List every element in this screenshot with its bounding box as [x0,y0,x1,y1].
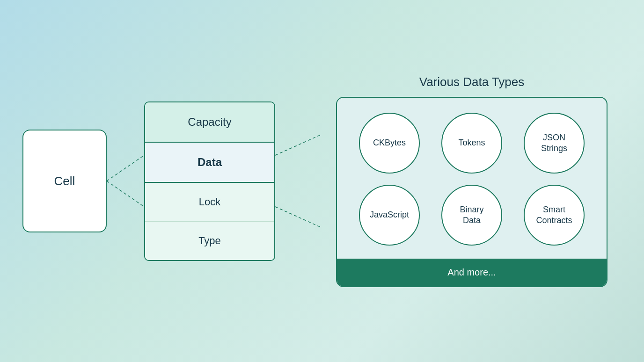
fields-box: Capacity Data Lock Type [144,101,275,261]
svg-line-0 [107,155,144,181]
svg-line-1 [107,181,144,207]
cell-label: Cell [54,174,75,188]
circle-javascript: JavaScript [359,185,420,246]
circle-item-binary-data: BinaryData [436,185,507,246]
circle-item-smart-contracts: SmartContracts [519,185,590,246]
field-lock: Lock [145,183,274,222]
circle-item-javascript: JavaScript [354,185,425,246]
svg-line-3 [275,207,322,228]
circle-tokens: Tokens [441,113,502,174]
connector-right-svg [275,106,322,256]
data-types-section: Various Data Types CKBytes Tokens JSONSt… [322,75,622,287]
field-capacity: Capacity [145,102,274,143]
circle-smart-contracts: SmartContracts [524,185,585,246]
circle-item-ckbytes: CKBytes [354,113,425,174]
svg-line-2 [275,134,322,155]
circle-ckbytes: CKBytes [359,113,420,174]
and-more-bar: And more... [337,259,607,286]
circle-item-tokens: Tokens [436,113,507,174]
field-type: Type [145,222,274,260]
connector-left-svg [107,130,144,232]
field-data: Data [145,143,274,183]
data-types-box: CKBytes Tokens JSONStrings JavaScript [336,97,607,287]
circle-item-json-strings: JSONStrings [519,113,590,174]
circle-json-strings: JSONStrings [524,113,585,174]
cell-box: Cell [22,130,107,232]
circle-binary-data: BinaryData [441,185,502,246]
section-title: Various Data Types [419,75,525,89]
circles-grid: CKBytes Tokens JSONStrings JavaScript [337,98,607,259]
